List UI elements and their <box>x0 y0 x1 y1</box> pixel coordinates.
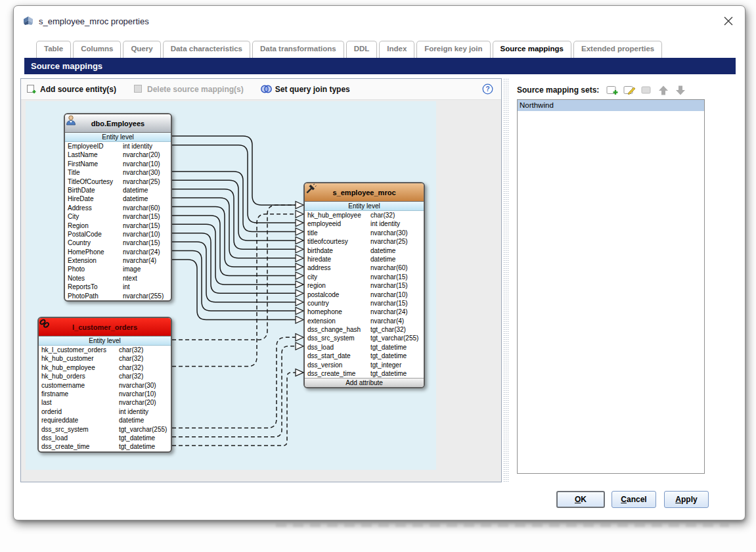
column-row[interactable]: hk_hub_orderschar(32) <box>39 372 171 380</box>
column-row[interactable]: extensionnvarchar(4) <box>305 317 424 325</box>
entity-level-row[interactable]: Entity level <box>305 202 424 211</box>
column-row[interactable]: homephonenvarchar(24) <box>305 308 424 316</box>
tab-index[interactable]: Index <box>379 41 414 58</box>
column-row[interactable]: Photoimage <box>65 265 171 273</box>
mapping-line-Region[interactable] <box>172 224 296 285</box>
mapping-line-TitleOfCourtesy[interactable] <box>172 180 296 241</box>
entity-header[interactable]: s_employee_mroc <box>305 183 424 202</box>
column-row[interactable]: hk_l_customer_orderschar(32) <box>39 346 171 354</box>
column-row[interactable]: titleofcourtesynvarchar(25) <box>305 237 424 246</box>
mapping-line-Entity-level[interactable] <box>172 205 296 340</box>
mapping-line-dss_load[interactable] <box>172 346 296 437</box>
move-up-icon[interactable] <box>657 85 670 96</box>
mapping-line-BirthDate[interactable] <box>172 189 296 250</box>
close-icon[interactable] <box>723 15 734 27</box>
column-row[interactable]: dss_src_systemtgt_varchar(255) <box>39 425 171 434</box>
tab-table[interactable]: Table <box>36 41 71 58</box>
column-row[interactable]: hk_hub_employeechar(32) <box>305 211 424 219</box>
mapping-line-EmployeeID[interactable] <box>172 145 296 223</box>
column-row[interactable]: lastnvarchar(20) <box>39 398 171 407</box>
mapping-line-Title[interactable] <box>172 172 296 232</box>
mapping-line-Extension[interactable] <box>172 260 296 320</box>
mapping-set-list[interactable]: Northwind <box>517 99 705 474</box>
column-row[interactable]: EmployeeIDint identity <box>65 142 171 150</box>
mapping-set-item-northwind[interactable]: Northwind <box>518 100 704 111</box>
column-row[interactable]: citynvarchar(15) <box>305 273 424 281</box>
column-row[interactable]: titlenvarchar(30) <box>305 229 424 237</box>
column-row[interactable]: dss_create_timetgt_datetime <box>39 442 171 451</box>
column-row[interactable]: orderidint identity <box>39 407 171 416</box>
column-row[interactable]: hk_hub_employeechar(32) <box>39 363 171 372</box>
column-row[interactable]: Regionnvarchar(15) <box>65 221 171 230</box>
ok-button[interactable]: OK <box>556 491 605 508</box>
column-row[interactable]: FirstNamenvarchar(10) <box>65 160 171 168</box>
mapping-line-City[interactable] <box>172 216 296 276</box>
entity-level-row[interactable]: Entity level <box>39 336 171 346</box>
column-row[interactable]: dss_versiontgt_integer <box>305 361 424 369</box>
tab-data-characteristics[interactable]: Data characteristics <box>163 41 250 58</box>
delete-mapping-set-icon[interactable] <box>640 85 653 96</box>
column-row[interactable]: requireddatedatetime <box>39 416 171 425</box>
column-row[interactable]: Citynvarchar(15) <box>65 212 171 221</box>
mapping-line-HomePhone[interactable] <box>172 251 296 311</box>
column-row[interactable]: BirthDatedatetime <box>65 186 171 195</box>
column-row[interactable]: dss_create_timetgt_datetime <box>305 369 424 378</box>
column-row[interactable]: Addressnvarchar(60) <box>65 204 171 212</box>
tab-data-transformations[interactable]: Data transformations <box>252 41 344 58</box>
entity-header[interactable]: dbo.Employees <box>65 114 171 133</box>
set-query-join-types-button[interactable]: Set query join types <box>261 84 350 94</box>
panel-splitter[interactable] <box>503 78 509 483</box>
apply-button[interactable]: Apply <box>664 491 709 508</box>
edit-mapping-set-icon[interactable] <box>623 85 636 96</box>
entity-table-s_employee_mroc[interactable]: s_employee_mrocEntity levelhk_hub_employ… <box>303 182 425 388</box>
add-mapping-set-icon[interactable] <box>606 85 619 96</box>
help-icon[interactable]: ? <box>482 83 493 95</box>
column-row[interactable]: firstnamenvarchar(10) <box>39 390 171 398</box>
entity-level-row[interactable]: Entity level <box>65 133 171 142</box>
delete-source-mapping-button[interactable]: Delete source mapping(s) <box>133 84 244 94</box>
column-row[interactable]: countrynvarchar(15) <box>305 299 424 308</box>
mapping-line-dss_create_time[interactable] <box>172 373 296 446</box>
column-row[interactable]: PhotoPathnvarchar(255) <box>65 292 171 300</box>
column-row[interactable]: dss_src_systemtgt_varchar(255) <box>305 334 424 342</box>
add-attribute-button[interactable]: Add attribute <box>305 378 424 387</box>
column-row[interactable]: employeeidint identity <box>305 219 424 228</box>
tab-foreign-key-join[interactable]: Foreign key join <box>416 41 490 58</box>
tab-columns[interactable]: Columns <box>73 41 121 58</box>
mapping-line-Country[interactable] <box>172 242 296 302</box>
mapping-line-HireDate[interactable] <box>172 198 296 258</box>
column-row[interactable]: PostalCodenvarchar(10) <box>65 230 171 239</box>
entity-header[interactable]: l_customer_orders <box>39 318 171 336</box>
column-row[interactable]: dss_change_hashtgt_char(32) <box>305 325 424 334</box>
column-row[interactable]: birthdatedatetime <box>305 246 424 255</box>
column-row[interactable]: TitleOfCourtesynvarchar(25) <box>65 177 171 186</box>
column-row[interactable]: dss_loadtgt_datetime <box>305 343 424 352</box>
mapping-line-hk_hub_employee[interactable] <box>172 214 296 367</box>
column-row[interactable]: customernamenvarchar(30) <box>39 381 171 390</box>
column-row[interactable]: addressnvarchar(60) <box>305 264 424 272</box>
tab-source-mappings[interactable]: Source mappings <box>493 41 572 58</box>
column-row[interactable]: ReportsToint <box>65 283 171 291</box>
mapping-line-PostalCode[interactable] <box>172 233 296 294</box>
mapping-line-Entity-level[interactable] <box>172 136 296 205</box>
column-row[interactable]: postalcodenvarchar(10) <box>305 290 424 299</box>
column-row[interactable]: regionnvarchar(15) <box>305 281 424 290</box>
column-row[interactable]: Extensionnvarchar(4) <box>65 256 171 265</box>
tab-ddl[interactable]: DDL <box>346 41 378 58</box>
entity-table-l_customer_orders[interactable]: l_customer_ordersEntity levelhk_l_custom… <box>37 317 172 453</box>
diagram-canvas[interactable]: dbo.EmployeesEntity levelEmployeeIDint i… <box>26 101 436 470</box>
column-row[interactable]: hiredatedatetime <box>305 255 424 264</box>
column-row[interactable]: HomePhonenvarchar(24) <box>65 248 171 256</box>
tab-query[interactable]: Query <box>123 41 160 58</box>
mapping-line-Address[interactable] <box>172 207 296 267</box>
tab-extended-properties[interactable]: Extended properties <box>573 41 662 58</box>
column-row[interactable]: LastNamenvarchar(20) <box>65 150 171 159</box>
column-row[interactable]: Countrynvarchar(15) <box>65 239 171 247</box>
column-row[interactable]: Notesntext <box>65 274 171 283</box>
column-row[interactable]: dss_loadtgt_datetime <box>39 434 171 442</box>
column-row[interactable]: Titlenvarchar(30) <box>65 168 171 177</box>
entity-table-dbo.Employees[interactable]: dbo.EmployeesEntity levelEmployeeIDint i… <box>64 113 172 302</box>
column-row[interactable]: hk_hub_customerchar(32) <box>39 354 171 363</box>
cancel-button[interactable]: Cancel <box>611 491 656 508</box>
column-row[interactable]: HireDatedatetime <box>65 195 171 203</box>
